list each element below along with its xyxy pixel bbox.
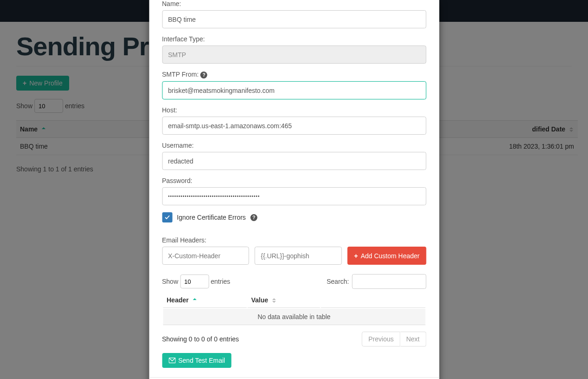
email-headers-label: Email Headers: [162,236,426,244]
interface-type-label: Interface Type: [162,35,426,43]
column-value[interactable]: Value [247,293,320,308]
entries-label: entries [211,278,230,285]
username-label: Username: [162,142,426,149]
send-test-label: Send Test Email [178,357,225,364]
pagination: Previous Next [362,332,426,346]
previous-button[interactable]: Previous [362,332,400,346]
headers-search-input[interactable] [352,274,426,289]
host-input[interactable] [162,117,426,135]
smtp-from-label-text: SMTP From: [162,71,199,78]
interface-type-input [162,46,426,64]
header-key-input[interactable] [162,247,249,265]
ignore-cert-checkbox[interactable] [162,212,172,222]
next-button[interactable]: Next [400,332,426,346]
host-label: Host: [162,106,426,114]
sort-asc-icon [192,297,197,304]
column-value-label: Value [251,296,268,304]
envelope-icon [168,358,175,363]
add-header-label: Add Custom Header [361,252,420,260]
header-value-input[interactable] [255,247,342,265]
send-test-email-button[interactable]: Send Test Email [162,353,232,368]
headers-info: Showing 0 to 0 of 0 entries [162,335,239,343]
smtp-from-label: SMTP From: ? [162,71,426,78]
plus-icon: + [354,252,358,260]
column-actions [321,293,425,308]
modal-footer [149,377,439,379]
password-label: Password: [162,177,426,184]
username-input[interactable] [162,152,426,170]
sort-both-icon [271,297,277,304]
show-label: Show [162,278,178,285]
headers-entries-select[interactable] [180,274,209,288]
column-header[interactable]: Header [163,293,246,308]
headers-table: Header Value No data available in table [162,292,426,326]
password-input[interactable] [162,187,426,205]
name-input[interactable] [162,10,426,28]
column-header-label: Header [167,296,188,304]
help-icon[interactable]: ? [251,214,258,221]
search-label: Search: [327,278,349,285]
ignore-cert-label: Ignore Certificate Errors [177,214,246,221]
add-custom-header-button[interactable]: + Add Custom Header [348,247,426,265]
sending-profile-modal: Name: Interface Type: SMTP From: ? Host:… [149,0,439,379]
help-icon[interactable]: ? [200,72,207,78]
smtp-from-input[interactable] [162,81,426,99]
name-label: Name: [162,0,426,7]
check-icon [164,215,170,220]
no-data-row: No data available in table [163,309,425,325]
